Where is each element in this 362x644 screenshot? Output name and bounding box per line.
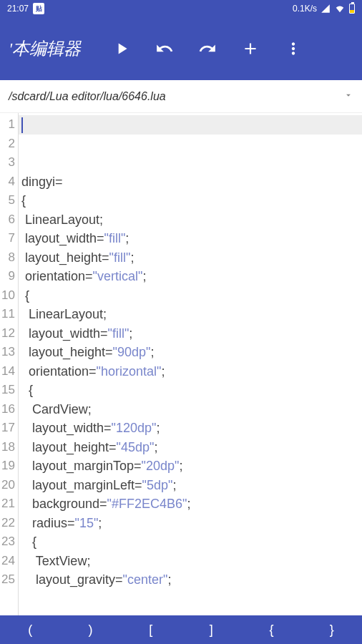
line-number: 1: [0, 115, 18, 135]
line-number: 19: [0, 457, 18, 476]
code-line[interactable]: LinearLayout;: [21, 305, 362, 324]
code-line[interactable]: CardView;: [21, 400, 362, 419]
code-line[interactable]: layout_width="fill";: [21, 324, 362, 343]
code-line[interactable]: [21, 115, 362, 135]
line-number: 16: [0, 400, 18, 419]
symbol-key[interactable]: ): [60, 615, 120, 644]
status-bar: 21:07 贴 0.1K/s: [0, 0, 362, 17]
code-line[interactable]: {: [21, 381, 362, 400]
symbol-key[interactable]: (: [0, 615, 60, 644]
add-button[interactable]: [230, 29, 270, 69]
line-number: 24: [0, 552, 18, 571]
path-bar[interactable]: /sdcard/Lua editor/lua/6646.lua: [0, 80, 362, 113]
line-number: 14: [0, 362, 18, 381]
code-line[interactable]: layout_height="45dp";: [21, 438, 362, 457]
text-cursor: [21, 117, 23, 133]
app-title: '本编辑器: [6, 37, 99, 60]
line-number: 12: [0, 324, 18, 343]
more-button[interactable]: [273, 29, 313, 69]
line-number: 20: [0, 476, 18, 495]
line-number: 11: [0, 305, 18, 324]
symbol-key[interactable]: ]: [181, 615, 241, 644]
symbol-key[interactable]: [: [121, 615, 181, 644]
status-badge-icon: 贴: [33, 3, 44, 14]
symbol-key[interactable]: {: [241, 615, 301, 644]
line-number: 15: [0, 381, 18, 400]
code-line[interactable]: layout_marginTop="20dp";: [21, 457, 362, 476]
code-line[interactable]: orientation="horizontal";: [21, 362, 362, 381]
code-line[interactable]: layout_width="120dp";: [21, 419, 362, 438]
line-number: 10: [0, 286, 18, 306]
code-line[interactable]: [21, 153, 362, 172]
code-line[interactable]: dingyi=: [21, 172, 362, 192]
line-number: 18: [0, 438, 18, 457]
line-number: 21: [0, 494, 18, 514]
code-line[interactable]: TextView;: [21, 552, 362, 571]
line-number: 17: [0, 419, 18, 438]
code-line[interactable]: orientation="vertical";: [21, 267, 362, 286]
line-gutter: 1234567891011121314151617181920212223242…: [0, 113, 19, 615]
line-number: 7: [0, 229, 18, 248]
file-path: /sdcard/Lua editor/lua/6646.lua: [9, 90, 343, 103]
status-time: 21:07: [7, 4, 29, 14]
code-line[interactable]: layout_marginLeft="5dp";: [21, 476, 362, 495]
line-number: 25: [0, 570, 18, 590]
line-number: 22: [0, 514, 18, 533]
line-number: 13: [0, 343, 18, 362]
line-number: 8: [0, 248, 18, 268]
code-line[interactable]: layout_width="fill";: [21, 229, 362, 248]
code-line[interactable]: [21, 135, 362, 154]
run-button[interactable]: [102, 29, 142, 69]
dropdown-icon[interactable]: [343, 90, 353, 103]
line-number: 23: [0, 532, 18, 552]
line-number: 5: [0, 191, 18, 210]
code-line[interactable]: {: [21, 286, 362, 306]
line-number: 2: [0, 135, 18, 154]
code-line[interactable]: layout_gravity="center";: [21, 570, 362, 590]
redo-button[interactable]: [187, 29, 228, 69]
code-line[interactable]: LinearLayout;: [21, 210, 362, 230]
line-number: 3: [0, 153, 18, 172]
line-number: 9: [0, 267, 18, 286]
signal-icon: [321, 4, 331, 14]
code-line[interactable]: layout_height="90dp";: [21, 343, 362, 362]
app-bar: '本编辑器: [0, 17, 362, 80]
code-editor[interactable]: 1234567891011121314151617181920212223242…: [0, 113, 362, 615]
code-line[interactable]: radius="15";: [21, 514, 362, 533]
code-line[interactable]: layout_height="fill";: [21, 248, 362, 268]
undo-button[interactable]: [145, 29, 185, 69]
line-number: 4: [0, 172, 18, 192]
code-line[interactable]: {: [21, 191, 362, 210]
code-line[interactable]: {: [21, 532, 362, 552]
line-number: 6: [0, 210, 18, 230]
symbol-bar: ()[]{}: [0, 615, 362, 644]
code-line[interactable]: background="#FF2EC4B6";: [21, 494, 362, 514]
network-speed: 0.1K/s: [293, 4, 317, 14]
code-area[interactable]: dingyi={ LinearLayout; layout_width="fil…: [19, 113, 362, 615]
battery-icon: [349, 4, 355, 14]
symbol-key[interactable]: }: [302, 615, 362, 644]
wifi-icon: [334, 4, 346, 14]
